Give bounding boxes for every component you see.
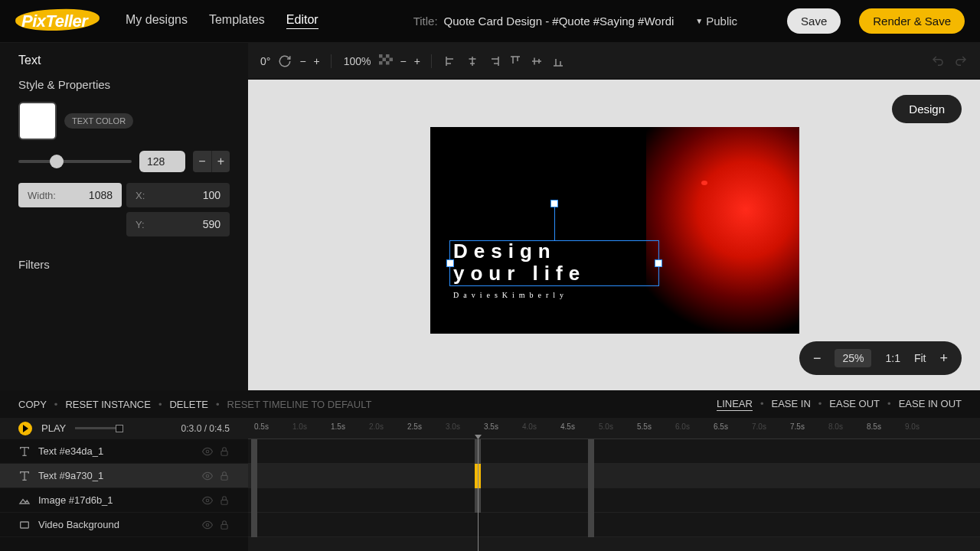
save-button[interactable]: Save	[787, 8, 841, 34]
svg-rect-34	[221, 500, 227, 504]
svg-rect-1	[386, 54, 390, 58]
reset-instance-button[interactable]: RESET INSTANCE	[65, 399, 150, 410]
width-field[interactable]: Width:1088	[18, 183, 122, 207]
svg-rect-0	[379, 54, 383, 58]
visibility-dropdown[interactable]: ▼ Public	[695, 15, 737, 28]
canvas-area: 0° − + 100% − +	[248, 43, 980, 390]
ease-in-out[interactable]: EASE IN OUT	[899, 398, 962, 411]
svg-rect-3	[389, 57, 393, 61]
canvas-author-text[interactable]: DaviesKimberly	[453, 291, 568, 299]
size-minus[interactable]: −	[193, 151, 211, 172]
nav-my-designs[interactable]: My designs	[126, 13, 188, 29]
playhead[interactable]	[478, 439, 479, 551]
nav-templates[interactable]: Templates	[209, 13, 265, 29]
align-bottom-icon[interactable]	[551, 54, 565, 68]
x-field[interactable]: X:100	[126, 183, 230, 207]
track-row[interactable]	[248, 513, 980, 537]
duration-slider[interactable]	[75, 427, 121, 429]
layers-panel: PLAY 0:3.0 / 0:4.5 Text #e34da_1Text #9a…	[0, 418, 248, 551]
time-ruler[interactable]: 0.5s1.0s1.5s2.0s2.5s3.0s3.5s4.0s4.5s5.0s…	[248, 418, 980, 439]
filters-section[interactable]: Filters	[18, 258, 230, 271]
resize-handle-right[interactable]	[655, 259, 662, 267]
align-center-v-icon[interactable]	[530, 54, 544, 68]
lock-icon[interactable]	[219, 495, 230, 506]
properties-sidebar: Text Style & Properties TEXT COLOR 128 −…	[0, 43, 248, 390]
nav-editor[interactable]: Editor	[286, 13, 318, 29]
track-row[interactable]	[248, 464, 980, 488]
track-row[interactable]	[248, 488, 980, 513]
opacity-value[interactable]: 100%	[344, 55, 371, 67]
redo-icon[interactable]	[954, 54, 968, 68]
align-right-icon[interactable]	[487, 54, 501, 68]
ease-linear[interactable]: LINEAR	[717, 398, 753, 411]
align-center-h-icon[interactable]	[466, 54, 479, 68]
lock-icon[interactable]	[219, 471, 230, 481]
canvas-image	[646, 127, 799, 334]
size-value[interactable]: 128	[139, 151, 185, 172]
undo-icon[interactable]	[931, 54, 945, 68]
align-left-icon[interactable]	[444, 54, 458, 68]
svg-point-36	[206, 523, 209, 527]
svg-rect-31	[221, 475, 227, 480]
zoom-value[interactable]: 25%	[835, 349, 871, 367]
canvas-viewport[interactable]: Design Design your life DaviesKimberly −…	[248, 80, 980, 390]
text-color-swatch[interactable]	[18, 102, 57, 140]
lock-icon[interactable]	[219, 446, 230, 457]
opacity-minus[interactable]: −	[400, 55, 407, 67]
reset-timeline-button[interactable]: RESET TIMELINE TO DEFAULT	[227, 399, 372, 410]
main-nav: My designs Templates Editor	[126, 13, 318, 29]
timeline-panel: COPY• RESET INSTANCE• DELETE• RESET TIME…	[0, 390, 980, 551]
zoom-in-button[interactable]: +	[939, 350, 948, 367]
lock-icon[interactable]	[219, 520, 230, 530]
rotation-plus[interactable]: +	[314, 55, 320, 67]
play-button[interactable]	[18, 422, 32, 435]
timeline-tracks[interactable]: 0.5s1.0s1.5s2.0s2.5s3.0s3.5s4.0s4.5s5.0s…	[248, 418, 980, 551]
time-display: 0:3.0 / 0:4.5	[181, 423, 230, 434]
timeline-actions: COPY• RESET INSTANCE• DELETE• RESET TIME…	[0, 390, 980, 418]
layer-row[interactable]: Video Background	[0, 513, 248, 537]
svg-marker-32	[20, 499, 29, 503]
visibility-icon[interactable]	[202, 471, 213, 481]
design-mode-button[interactable]: Design	[892, 95, 962, 123]
ease-in[interactable]: EASE IN	[771, 398, 810, 411]
delete-button[interactable]: DELETE	[169, 399, 208, 410]
size-plus[interactable]: +	[211, 151, 230, 172]
rotate-handle[interactable]	[550, 200, 558, 207]
zoom-ratio-button[interactable]: 1:1	[885, 352, 900, 364]
opacity-plus[interactable]: +	[414, 55, 420, 67]
svg-rect-5	[386, 61, 390, 65]
svg-point-30	[206, 474, 209, 478]
title-area: Title: Quote Card Design - #Quote #Sayin…	[413, 15, 769, 28]
svg-rect-4	[379, 61, 383, 65]
rotate-icon[interactable]	[278, 54, 292, 68]
title-input[interactable]: Quote Card Design - #Quote #Saying #Word…	[444, 15, 675, 28]
zoom-out-button[interactable]: −	[813, 350, 822, 367]
svg-point-26	[206, 450, 209, 453]
visibility-icon[interactable]	[202, 520, 213, 530]
visibility-icon[interactable]	[202, 495, 213, 506]
visibility-icon[interactable]	[202, 446, 213, 457]
size-slider[interactable]	[18, 160, 132, 163]
ease-out[interactable]: EASE OUT	[829, 398, 880, 411]
design-canvas[interactable]: Design your life DaviesKimberly	[430, 127, 799, 334]
layer-row[interactable]: Text #e34da_1	[0, 439, 248, 464]
y-field[interactable]: Y:590	[126, 212, 230, 236]
render-save-button[interactable]: Render & Save	[859, 8, 965, 34]
text-color-badge: TEXT COLOR	[64, 113, 133, 129]
zoom-controls: − 25% 1:1 Fit +	[799, 341, 962, 375]
copy-button[interactable]: COPY	[18, 399, 47, 410]
play-label: PLAY	[41, 422, 66, 434]
text-section-header[interactable]: Text	[18, 54, 230, 67]
layer-row[interactable]: Text #9a730_1	[0, 464, 248, 488]
track-row[interactable]	[248, 439, 980, 464]
resize-handle-left[interactable]	[446, 259, 454, 267]
logo[interactable]: PixTeller	[15, 6, 107, 37]
zoom-fit-button[interactable]: Fit	[914, 352, 926, 364]
layer-row[interactable]: Image #17d6b_1	[0, 488, 248, 513]
rotation-minus[interactable]: −	[299, 55, 305, 67]
transparency-icon	[379, 54, 393, 68]
title-label: Title:	[413, 15, 438, 28]
align-top-icon[interactable]	[508, 54, 522, 68]
selection-box[interactable]	[449, 240, 659, 286]
rotation-value[interactable]: 0°	[260, 55, 270, 67]
